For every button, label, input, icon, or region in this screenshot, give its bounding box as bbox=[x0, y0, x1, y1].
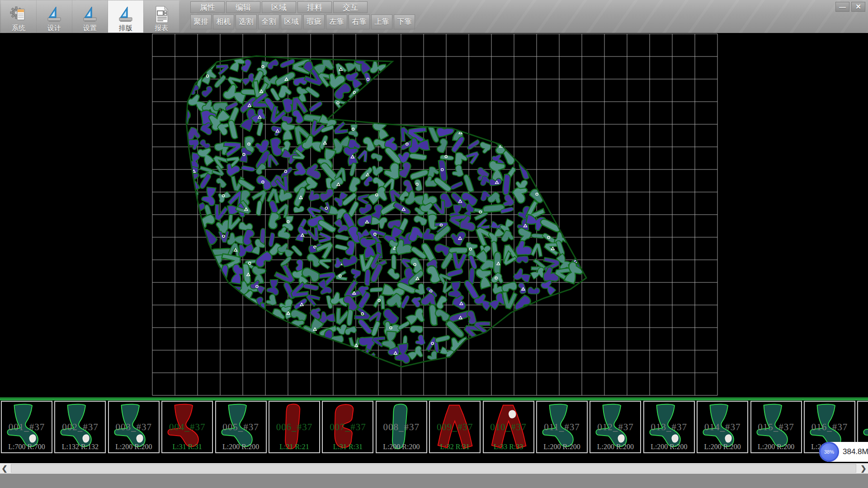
main-button-label: 设置 bbox=[83, 24, 97, 32]
piece-id-label: 012_#37 bbox=[590, 422, 640, 433]
piece-thumbnail-strip: 001_#37L:700 R:700002_#37L:132 R:132003_… bbox=[0, 398, 868, 455]
usage-percent-icon: 38% bbox=[819, 442, 839, 462]
piece-lr-values: L:200 R:200 bbox=[644, 443, 694, 451]
main-button-label: 报表 bbox=[155, 24, 168, 32]
piece-thumbnail-3[interactable]: 003_#37L:200 R:200 bbox=[108, 401, 160, 453]
tool-button-9[interactable]: 上靠 bbox=[371, 14, 392, 29]
application-window: 系统 设计 设置 排版 报表 属性编辑区域排料交互 聚排相机选割全割区域瑕疵左靠… bbox=[0, 0, 868, 488]
main-button-5[interactable]: 报表 bbox=[144, 0, 179, 33]
scroll-left-icon[interactable]: ❮ bbox=[0, 463, 9, 474]
memory-usage-badge: 38% 384.8M bbox=[819, 442, 868, 462]
tool-button-row: 聚排相机选割全割区域瑕疵左靠右靠上靠下靠 bbox=[190, 14, 415, 29]
tool-button-3[interactable]: 选割 bbox=[236, 14, 257, 29]
menu-tab-4[interactable]: 排料 bbox=[297, 1, 332, 13]
system-gear-icon bbox=[9, 5, 28, 24]
piece-id-label: 008_#37 bbox=[377, 422, 426, 433]
piece-id-label: 006_#37 bbox=[269, 422, 319, 433]
main-button-2[interactable]: 设计 bbox=[37, 0, 72, 33]
piece-thumbnail-2[interactable]: 002_#37L:132 R:132 bbox=[54, 401, 106, 453]
main-button-label: 排版 bbox=[119, 24, 132, 32]
nesting-canvas[interactable] bbox=[0, 33, 868, 398]
tool-button-10[interactable]: 下靠 bbox=[394, 14, 415, 29]
tool-button-7[interactable]: 左靠 bbox=[326, 14, 347, 29]
tool-button-1[interactable]: 聚排 bbox=[190, 14, 212, 29]
piece-thumbnail-8[interactable]: 008_#37L:200 R:200 bbox=[376, 401, 427, 453]
piece-thumbnail-7[interactable]: 007_#37L:31 R:31 bbox=[322, 401, 373, 453]
piece-id-label: 009_#37 bbox=[430, 422, 480, 433]
tool-button-8[interactable]: 右靠 bbox=[349, 14, 370, 29]
piece-id-label: 014_#37 bbox=[698, 422, 747, 433]
main-button-1[interactable]: 系统 bbox=[1, 0, 36, 33]
main-button-label: 系统 bbox=[12, 24, 25, 32]
piece-id-label: 005_#37 bbox=[216, 422, 266, 433]
piece-thumbnail-14[interactable]: 014_#37L:200 R:200 bbox=[697, 401, 748, 453]
menu-tab-row: 属性编辑区域排料交互 bbox=[190, 1, 368, 13]
tool-button-6[interactable]: 瑕疵 bbox=[303, 14, 325, 29]
piece-id-label: 004_#37 bbox=[162, 422, 212, 433]
piece-id-label: 010_#37 bbox=[484, 422, 533, 433]
menu-tab-2[interactable]: 编辑 bbox=[226, 1, 260, 13]
piece-thumbnail-13[interactable]: 013_#37L:200 R:200 bbox=[643, 401, 695, 453]
piece-lr-values: L:132 R:132 bbox=[55, 443, 105, 451]
piece-id-label: 015_#37 bbox=[751, 422, 801, 433]
design-ruler-icon bbox=[45, 5, 63, 24]
layout-ruler-icon bbox=[117, 5, 135, 24]
main-button-label: 设计 bbox=[47, 24, 61, 32]
window-controls: — ✕ bbox=[835, 2, 865, 12]
piece-lr-values: L:200 R:200 bbox=[590, 443, 640, 451]
piece-lr-values: L:32 R:31 bbox=[430, 443, 480, 451]
piece-lr-values: L:200 R:200 bbox=[537, 443, 587, 451]
piece-id-label: 003_#37 bbox=[109, 422, 159, 433]
menu-tab-1[interactable]: 属性 bbox=[190, 1, 225, 13]
tool-button-2[interactable]: 相机 bbox=[213, 14, 234, 29]
piece-lr-values: L:200 R:200 bbox=[377, 443, 426, 451]
piece-thumbnail-1[interactable]: 001_#37L:700 R:700 bbox=[1, 401, 52, 453]
scroll-right-icon[interactable]: ❯ bbox=[859, 463, 868, 474]
piece-lr-values: L:200 R:200 bbox=[216, 443, 266, 451]
minimize-button[interactable]: — bbox=[835, 2, 849, 12]
piece-thumbnail-15[interactable]: 015_#37L:200 R:200 bbox=[750, 401, 802, 453]
memory-value: 384.8M bbox=[843, 447, 868, 456]
main-button-4[interactable]: 排版 bbox=[108, 0, 143, 33]
menu-tab-5[interactable]: 交互 bbox=[333, 1, 368, 13]
piece-thumbnail-4[interactable]: 004_#37L:31 R:31 bbox=[161, 401, 213, 453]
menu-tab-3[interactable]: 区域 bbox=[262, 1, 296, 13]
piece-id-label: 011_#37 bbox=[537, 422, 587, 433]
usage-percent: 38% bbox=[824, 449, 834, 455]
piece-lr-values: L:200 R:200 bbox=[109, 443, 159, 451]
piece-id-label: 002_#37 bbox=[55, 422, 105, 433]
piece-thumbnail-10[interactable]: 010_#37L:33 R:33 bbox=[483, 401, 534, 453]
nesting-canvas-drawing bbox=[0, 33, 868, 398]
piece-lr-values: L:31 R:31 bbox=[162, 443, 212, 451]
main-toolbar: 系统 设计 设置 排版 报表 属性编辑区域排料交互 聚排相机选割全割区域瑕疵左靠… bbox=[0, 0, 868, 33]
piece-id-label: 007_#37 bbox=[323, 422, 373, 433]
main-button-3[interactable]: 设置 bbox=[72, 0, 108, 33]
horizontal-scrollbar[interactable]: ❮ ❯ bbox=[0, 463, 868, 474]
tool-button-5[interactable]: 区域 bbox=[281, 14, 302, 29]
piece-lr-values: L:200 R:200 bbox=[751, 443, 801, 451]
piece-thumbnail-9[interactable]: 009_#37L:32 R:31 bbox=[429, 401, 481, 453]
status-bar bbox=[0, 474, 868, 488]
piece-thumbnail-6[interactable]: 006_#37L:21 R:21 bbox=[269, 401, 320, 453]
piece-thumbnail-12[interactable]: 012_#37L:200 R:200 bbox=[590, 401, 641, 453]
report-doc-icon bbox=[152, 5, 170, 24]
settings-ruler-icon bbox=[81, 5, 99, 24]
strip-separator bbox=[0, 398, 868, 400]
piece-id-label: 001_#37 bbox=[2, 422, 52, 433]
piece-id-label: 013_#37 bbox=[644, 422, 694, 433]
piece-lr-values: L:21 R:21 bbox=[269, 443, 319, 451]
piece-id-label: 016_#37 bbox=[805, 422, 854, 433]
piece-lr-values: L:31 R:31 bbox=[323, 443, 373, 451]
piece-thumbnail-11[interactable]: 011_#37L:200 R:200 bbox=[536, 401, 588, 453]
piece-thumbnail-5[interactable]: 005_#37L:200 R:200 bbox=[215, 401, 267, 453]
scrollbar-thumb[interactable] bbox=[11, 464, 856, 473]
tool-button-4[interactable]: 全割 bbox=[258, 14, 279, 29]
close-button[interactable]: ✕ bbox=[851, 2, 865, 12]
piece-lr-values: L:700 R:700 bbox=[2, 443, 52, 451]
piece-lr-values: L:200 R:200 bbox=[698, 443, 747, 451]
piece-lr-values: L:33 R:33 bbox=[484, 443, 533, 451]
